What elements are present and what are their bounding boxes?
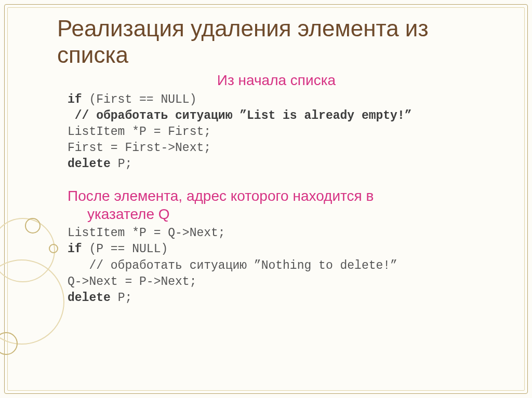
deco-circle-icon [49, 244, 58, 253]
kw-if: if [68, 93, 82, 106]
code-block-1: if (First == NULL) // обработать ситуаци… [68, 92, 496, 172]
deco-circle-icon [0, 259, 64, 345]
deco-circle-icon [25, 218, 41, 234]
code-text: P; [111, 291, 132, 305]
section2-heading: После элемента, адрес которого находится… [68, 187, 496, 223]
deco-circle-icon [0, 218, 55, 282]
code-text: ListItem *P = Q->Next; [68, 226, 225, 240]
code-block-2: ListItem *P = Q->Next; if (P == NULL) //… [68, 225, 496, 306]
code-text: (First == NULL) [82, 93, 197, 106]
heading-line2: указателе Q [87, 205, 496, 223]
kw-delete: delete [68, 157, 111, 171]
slide-title: Реализация удаления элемента из списка [57, 16, 496, 68]
code-text: (P == NULL) [82, 242, 168, 256]
kw-if: if [68, 242, 82, 256]
slide: Реализация удаления элемента из списка И… [0, 0, 532, 398]
heading-line1: После элемента, адрес которого находится… [68, 188, 374, 204]
deco-circle-icon [0, 332, 18, 355]
kw-delete: delete [68, 291, 111, 305]
code-text: P; [111, 157, 132, 171]
code-comment: // обработать ситуацию ”List is already … [68, 109, 412, 122]
code-text: ListItem *P = First; [68, 125, 211, 139]
code-text: Q->Next = P->Next; [68, 275, 196, 289]
code-comment: // обработать ситуацию ”Nothing to delet… [68, 259, 397, 272]
section1-heading: Из начала списка [57, 72, 496, 89]
code-text: First = First->Next; [68, 141, 211, 155]
